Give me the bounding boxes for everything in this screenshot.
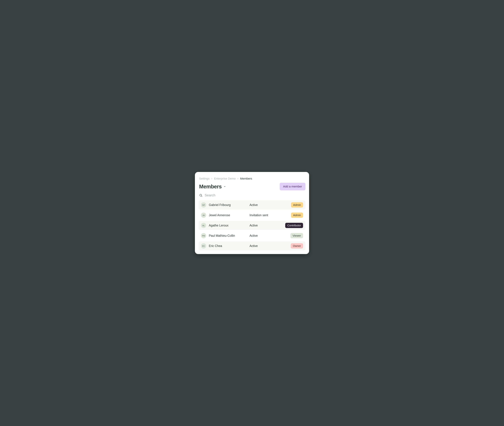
member-name: Eric Chea xyxy=(209,244,247,248)
member-row[interactable]: GFGabriel FribourgActiveAdmin xyxy=(199,200,305,209)
svg-line-1 xyxy=(201,196,202,197)
search-input[interactable] xyxy=(205,193,305,197)
members-panel: Settings Enterprise Demo Members Members… xyxy=(195,172,309,254)
member-status: Active xyxy=(249,224,283,227)
member-name: Gabriel Fribourg xyxy=(209,203,247,207)
role-badge[interactable]: Admin xyxy=(291,213,303,218)
member-name: Paul Mathieu-Collin xyxy=(209,234,247,237)
page-title-dropdown[interactable]: Members xyxy=(199,184,226,190)
member-name: Jewel Annerose xyxy=(209,213,247,217)
member-status: Active xyxy=(249,244,288,248)
chevron-down-icon xyxy=(223,185,226,188)
breadcrumb-current: Members xyxy=(240,177,252,180)
member-row[interactable]: PMPaul Mathieu-CollinActiveViewer xyxy=(199,231,305,240)
breadcrumb: Settings Enterprise Demo Members xyxy=(199,177,305,180)
breadcrumb-org[interactable]: Enterprise Demo xyxy=(214,177,236,180)
header-row: Members Add a member xyxy=(199,183,305,190)
search-icon xyxy=(199,194,202,197)
member-row[interactable]: JAJewel AnneroseInvitation sentAdmin xyxy=(199,211,305,220)
search-bar xyxy=(199,193,305,197)
avatar: EC xyxy=(201,243,206,248)
role-badge[interactable]: Contributor xyxy=(285,223,303,228)
member-list: GFGabriel FribourgActiveAdminJAJewel Ann… xyxy=(199,200,305,250)
role-badge[interactable]: Viewer xyxy=(290,233,303,238)
avatar: GF xyxy=(201,202,206,207)
member-row[interactable]: ECEric CheaActiveOwner xyxy=(199,241,305,250)
add-member-button[interactable]: Add a member xyxy=(280,183,305,190)
member-status: Active xyxy=(249,234,288,237)
avatar: JA xyxy=(201,213,206,218)
member-status: Active xyxy=(249,203,288,207)
role-badge[interactable]: Admin xyxy=(291,202,303,207)
member-status: Invitation sent xyxy=(249,213,288,217)
member-row[interactable]: ALAgathe LerouxActiveContributor xyxy=(199,221,305,230)
avatar: PM xyxy=(201,233,206,238)
breadcrumb-settings[interactable]: Settings xyxy=(199,177,210,180)
chevron-right-icon xyxy=(237,178,239,180)
avatar: AL xyxy=(201,223,206,228)
chevron-right-icon xyxy=(211,178,213,180)
member-name: Agathe Leroux xyxy=(209,224,247,227)
app-background: Settings Enterprise Demo Members Members… xyxy=(173,147,331,280)
page-title: Members xyxy=(199,184,222,190)
role-badge[interactable]: Owner xyxy=(291,243,303,248)
